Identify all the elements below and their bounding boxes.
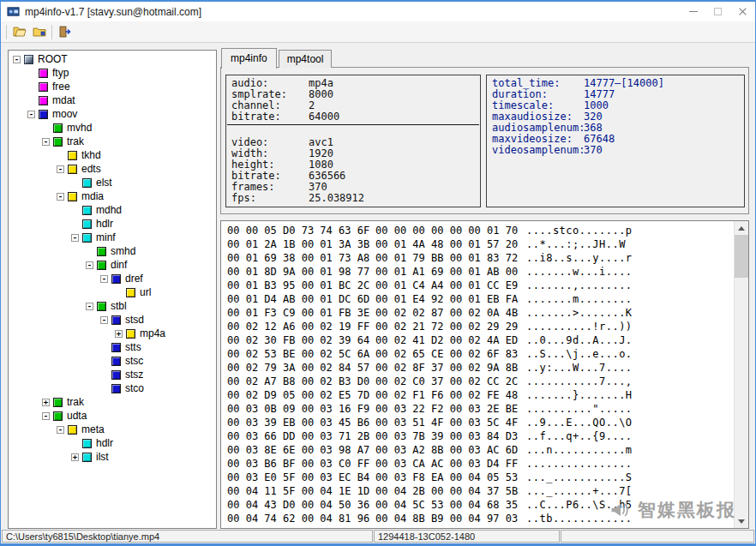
collapse-toggle-icon[interactable]: -: [86, 303, 93, 310]
hex-bytes-right: 00 00 00 00 00 00 01 70: [375, 224, 521, 237]
tree-item-label: stsd: [125, 314, 144, 326]
window-title: mp4info-v1.7 [stavy.sun@hotmail.com]: [25, 6, 201, 18]
open-file-button[interactable]: [9, 23, 29, 41]
collapse-toggle-icon[interactable]: -: [57, 193, 64, 201]
tree-item-minf[interactable]: -minf: [9, 231, 216, 244]
tab-mp4tool[interactable]: mp4tool: [279, 50, 333, 68]
hex-ascii: ..._......+...7[: [526, 485, 633, 497]
tree-item-udta[interactable]: -udta: [9, 409, 216, 423]
tree-item-hdlr[interactable]: hdlr: [9, 217, 216, 231]
tree-item-label: mdia: [81, 190, 104, 202]
hex-bytes-left: 00 01 2A 1B 00 01 3A 3B: [227, 237, 373, 251]
root-icon: [24, 55, 33, 64]
maximize-button[interactable]: [705, 2, 730, 21]
hex-bytes-right: 00 03 CA AC 00 03 D4 FF: [375, 457, 521, 471]
tree-item-stts[interactable]: stts: [9, 340, 216, 354]
hex-bytes-right: 00 01 79 BB 00 01 83 72: [375, 251, 521, 265]
tree-item-ftyp[interactable]: ftyp: [9, 66, 216, 80]
hex-row: 00 01 8D 9A 00 01 98 7700 01 A1 69 00 01…: [227, 265, 733, 279]
tree-item-mvhd[interactable]: mvhd: [9, 121, 216, 135]
collapse-toggle-icon[interactable]: -: [86, 261, 93, 269]
tree-item-ROOT[interactable]: -ROOT: [9, 52, 216, 66]
close-icon: [738, 7, 747, 16]
minimize-button[interactable]: [681, 2, 705, 21]
collapse-toggle-icon[interactable]: -: [71, 234, 79, 242]
tree-item-free[interactable]: free: [9, 80, 216, 93]
collapse-toggle-icon[interactable]: -: [27, 111, 35, 118]
tree-item-tkhd[interactable]: tkhd: [9, 148, 216, 162]
tree-item-dref[interactable]: -dref: [9, 272, 216, 285]
collapse-toggle-icon[interactable]: -: [42, 412, 50, 420]
tree-item-label: stbl: [111, 300, 127, 312]
collapse-toggle-icon[interactable]: -: [57, 165, 64, 173]
hex-bytes-right: 00 02 65 CE 00 02 6F 83: [375, 347, 521, 361]
atom-box-icon: [82, 206, 92, 215]
scrollbar-thumb[interactable]: [735, 235, 748, 278]
exit-icon: [58, 25, 72, 39]
atom-box-icon: [111, 370, 121, 380]
hex-bytes-right: 00 02 F1 F6 00 02 FE 48: [375, 388, 521, 402]
collapse-toggle-icon[interactable]: -: [42, 138, 50, 146]
folder-button[interactable]: [29, 23, 49, 41]
tree-item-elst[interactable]: elst: [9, 176, 216, 189]
expand-toggle-icon[interactable]: +: [42, 399, 50, 406]
expand-toggle-icon[interactable]: +: [115, 330, 123, 338]
close-button[interactable]: [730, 2, 755, 21]
hex-bytes-left: 00 00 05 D0 73 74 63 6F: [227, 224, 373, 237]
tree-item-hdlr[interactable]: hdlr: [9, 436, 216, 450]
hex-bytes-left: 00 03 B6 BF 00 03 C0 FF: [227, 457, 373, 471]
tree-item-stbl[interactable]: -stbl: [9, 299, 216, 313]
tab-mp4info[interactable]: mp4info: [221, 48, 277, 69]
tree-item-meta[interactable]: -meta: [9, 423, 216, 436]
tree-item-label: moov: [52, 108, 77, 120]
hex-bytes-right: 00 02 41 D2 00 02 4A ED: [375, 333, 521, 347]
collapse-toggle-icon[interactable]: -: [100, 275, 108, 283]
tree-item-label: trak: [67, 396, 84, 408]
hex-row: 00 03 B6 BF 00 03 C0 FF00 03 CA AC 00 03…: [227, 457, 733, 471]
tree-item-trak[interactable]: +trak: [9, 395, 216, 409]
hex-row: 00 02 D9 05 00 02 E5 7D00 02 F1 F6 00 02…: [227, 388, 733, 402]
hex-vertical-scrollbar[interactable]: [734, 221, 748, 528]
exit-button[interactable]: [55, 23, 75, 41]
scroll-up-button[interactable]: [735, 221, 748, 235]
scroll-down-button[interactable]: [735, 514, 748, 528]
hex-bytes-right: 00 04 2B 00 00 04 37 5B: [375, 484, 521, 498]
hex-row: 00 02 12 A6 00 02 19 FF00 02 21 72 00 02…: [227, 320, 733, 333]
app-icon[interactable]: [7, 5, 20, 18]
app-window: mp4info-v1.7 [stavy.sun@hotmail.com]: [0, 0, 756, 546]
tree-item-smhd[interactable]: smhd: [9, 244, 216, 258]
tree-item-mdia[interactable]: -mdia: [9, 189, 216, 203]
tree-item-edts[interactable]: -edts: [9, 162, 216, 176]
collapse-toggle-icon[interactable]: -: [57, 426, 64, 434]
atom-box-icon: [111, 384, 121, 393]
collapse-toggle-icon[interactable]: -: [100, 316, 108, 324]
tree-item-stsz[interactable]: stsz: [9, 368, 216, 381]
hex-row: 00 01 69 38 00 01 73 A800 01 79 BB 00 01…: [227, 251, 733, 265]
tree-item-stco[interactable]: stco: [9, 381, 216, 395]
tree-item-stsc[interactable]: stsc: [9, 354, 216, 368]
tree-item-mdhd[interactable]: mdhd: [9, 203, 216, 217]
tree-item-ilst[interactable]: +ilst: [9, 450, 216, 464]
hex-dump: 00 00 05 D0 73 74 63 6F00 00 00 00 00 00…: [227, 224, 733, 528]
tree-item-label: hdlr: [96, 218, 113, 230]
tree-item-url[interactable]: url: [9, 285, 216, 299]
tree-item-trak[interactable]: -trak: [9, 135, 216, 148]
hex-row: 00 03 0B 09 00 03 16 F900 03 22 F2 00 03…: [227, 402, 733, 416]
expand-toggle-icon[interactable]: +: [71, 453, 79, 461]
hex-row: 00 01 D4 AB 00 01 DC 6D00 01 E4 92 00 01…: [227, 292, 733, 306]
hex-panel: 00 00 05 D0 73 74 63 6F00 00 00 00 00 00…: [220, 220, 749, 529]
toolbar-separator: [51, 25, 52, 39]
collapse-toggle-icon[interactable]: -: [13, 56, 21, 63]
tree-item-mp4a[interactable]: +mp4a: [9, 327, 216, 340]
atom-box-icon: [53, 411, 63, 421]
hex-bytes-left: 00 02 D9 05 00 02 E5 7D: [227, 388, 373, 402]
hex-bytes-left: 00 01 F3 C9 00 01 FB 3E: [227, 306, 373, 320]
tree-item-moov[interactable]: -moov: [9, 107, 216, 121]
hex-ascii: ..C...P6..\S..h5: [526, 499, 633, 511]
atom-box-icon: [68, 192, 77, 201]
tree-item-dinf[interactable]: -dinf: [9, 258, 216, 272]
hex-bytes-right: 00 01 4A 48 00 01 57 20: [375, 237, 521, 251]
tree-item-stsd[interactable]: -stsd: [9, 313, 216, 327]
titlebar[interactable]: mp4info-v1.7 [stavy.sun@hotmail.com]: [1, 2, 755, 21]
tree-item-mdat[interactable]: mdat: [9, 93, 216, 107]
